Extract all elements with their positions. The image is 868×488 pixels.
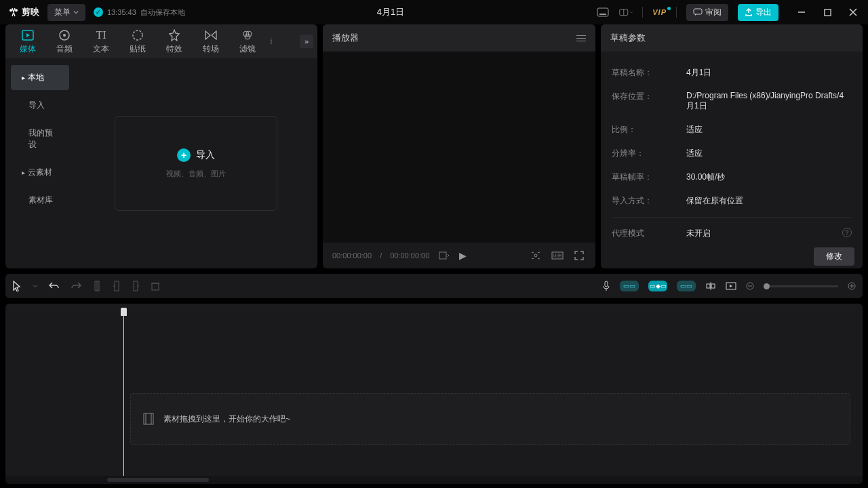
fullscreen-icon[interactable] [572, 249, 586, 262]
svg-point-15 [534, 254, 537, 257]
menu-button[interactable]: 菜单 [47, 4, 85, 21]
minimize-button[interactable] [795, 5, 808, 19]
chevron-down-icon [73, 9, 79, 15]
tab-transition[interactable]: 转场 [193, 24, 229, 58]
pointer-tool[interactable] [12, 281, 22, 291]
timeline-dropzone[interactable]: 素材拖拽到这里，开始你的大作吧~ [130, 393, 850, 445]
film-icon [143, 413, 154, 425]
layout-icon[interactable] [619, 5, 633, 19]
media-icon [22, 28, 34, 42]
svg-rect-26 [605, 281, 608, 287]
draft-panel: 草稿参数 草稿名称：4月1日 保存位置：D:/Program Files (x8… [601, 24, 863, 268]
sidebar-item-import[interactable]: 导入 [11, 93, 69, 118]
player-menu-icon[interactable] [576, 35, 586, 41]
tab-effect[interactable]: 特效 [156, 24, 193, 58]
transition-icon [205, 28, 217, 42]
zoom-select-icon[interactable] [437, 249, 451, 262]
titlebar: 剪映 菜单 ✓ 13:35:43 自动保存本地 4月1日 VIP 审阅 导出 [0, 0, 868, 24]
pointer-dropdown[interactable] [33, 283, 38, 289]
draft-res: 适应 [686, 148, 852, 159]
play-button[interactable]: ▶ [459, 250, 467, 261]
keyboard-icon[interactable] [596, 5, 610, 19]
modify-button[interactable]: 修改 [814, 247, 854, 266]
autosave-status: ✓ 13:35:43 自动保存本地 [94, 7, 185, 18]
close-button[interactable] [846, 5, 860, 19]
media-panel: 媒体 音频 TI文本 贴纸 特效 转场 滤镜 ⁞ » ▸本地 导入 我的预设 ▸… [5, 24, 317, 268]
tab-text[interactable]: TI文本 [83, 24, 119, 58]
ratio-icon[interactable]: 比例 [551, 249, 564, 262]
check-icon: ✓ [94, 7, 103, 17]
svg-rect-24 [152, 283, 159, 290]
sidebar-item-library[interactable]: 素材库 [11, 188, 69, 213]
playhead[interactable] [121, 308, 127, 316]
zoom-in-icon[interactable] [848, 282, 856, 290]
export-button[interactable]: 导出 [738, 4, 778, 21]
media-tabs: 媒体 音频 TI文本 贴纸 特效 转场 滤镜 ⁞ » [5, 24, 317, 58]
timeline-scrollbar[interactable] [5, 476, 863, 484]
time-total: 00:00:00:00 [390, 251, 429, 260]
maximize-button[interactable] [821, 5, 834, 19]
svg-text:比例: 比例 [553, 253, 561, 258]
zoom-out-icon[interactable] [746, 282, 754, 290]
sticker-icon [132, 28, 144, 42]
snap-toggle-1[interactable]: ▭▭ [620, 281, 639, 291]
timeline[interactable]: 素材拖拽到这里，开始你的大作吧~ [5, 304, 863, 484]
svg-rect-1 [599, 14, 606, 15]
align-icon[interactable] [705, 281, 716, 291]
scissors-icon [8, 7, 19, 18]
cut-left-tool[interactable] [113, 281, 121, 291]
mic-icon[interactable] [602, 281, 610, 291]
plus-icon: + [177, 148, 191, 162]
chat-icon [693, 8, 703, 16]
filter-icon [241, 28, 254, 42]
tab-filter[interactable]: 滤镜 [229, 24, 266, 58]
svg-point-9 [63, 34, 66, 37]
sidebar-item-local[interactable]: ▸本地 [11, 65, 69, 90]
help-icon[interactable]: ? [842, 228, 852, 237]
delete-tool[interactable] [151, 281, 160, 291]
vip-badge[interactable]: VIP [652, 8, 667, 16]
cut-right-tool[interactable] [132, 281, 140, 291]
app-logo: 剪映 [8, 6, 39, 18]
svg-point-10 [133, 30, 142, 40]
draft-ratio: 适应 [686, 124, 852, 136]
draft-fps: 30.00帧/秒 [686, 171, 852, 183]
player-viewport [323, 52, 595, 243]
svg-rect-20 [115, 281, 119, 291]
zoom-slider[interactable] [764, 285, 838, 287]
drop-hint: 素材拖拽到这里，开始你的大作吧~ [163, 413, 290, 425]
sidebar-item-presets[interactable]: 我的预设 [11, 121, 69, 157]
tabs-scroll-right[interactable]: » [300, 35, 313, 48]
review-button[interactable]: 审阅 [686, 4, 728, 21]
project-title: 4月1日 [193, 6, 588, 18]
audio-icon [58, 28, 71, 42]
tab-sticker[interactable]: 贴纸 [119, 24, 156, 58]
import-dropzone[interactable]: +导入 视频、音频、图片 [115, 116, 277, 211]
sidebar-item-cloud[interactable]: ▸云素材 [11, 160, 69, 185]
tab-media[interactable]: 媒体 [9, 24, 46, 58]
timeline-toolbar: ▭▭ ▭◆▭ ▭▭ [5, 274, 863, 298]
split-tool[interactable] [92, 281, 102, 291]
svg-rect-6 [824, 9, 830, 15]
undo-button[interactable] [49, 281, 60, 291]
effect-icon [168, 28, 180, 42]
upload-icon [745, 8, 753, 16]
preview-icon[interactable] [726, 282, 736, 290]
draft-proxy: 未开启 [686, 228, 842, 239]
redo-button[interactable] [71, 281, 81, 291]
svg-rect-4 [694, 9, 702, 14]
media-sidebar: ▸本地 导入 我的预设 ▸云素材 素材库 [5, 58, 75, 268]
snapshot-icon[interactable] [529, 249, 542, 262]
snap-toggle-2[interactable]: ▭◆▭ [648, 281, 667, 291]
svg-rect-22 [134, 281, 138, 291]
tab-audio[interactable]: 音频 [46, 24, 83, 58]
snap-toggle-3[interactable]: ▭▭ [677, 281, 696, 291]
time-current: 00:00:00:00 [332, 251, 372, 260]
svg-rect-14 [439, 252, 446, 259]
svg-rect-36 [144, 413, 153, 424]
svg-rect-28 [707, 284, 710, 288]
svg-rect-0 [597, 8, 608, 16]
svg-rect-29 [711, 284, 715, 288]
player-title: 播放器 [332, 32, 359, 44]
import-hint: 视频、音频、图片 [166, 169, 226, 179]
